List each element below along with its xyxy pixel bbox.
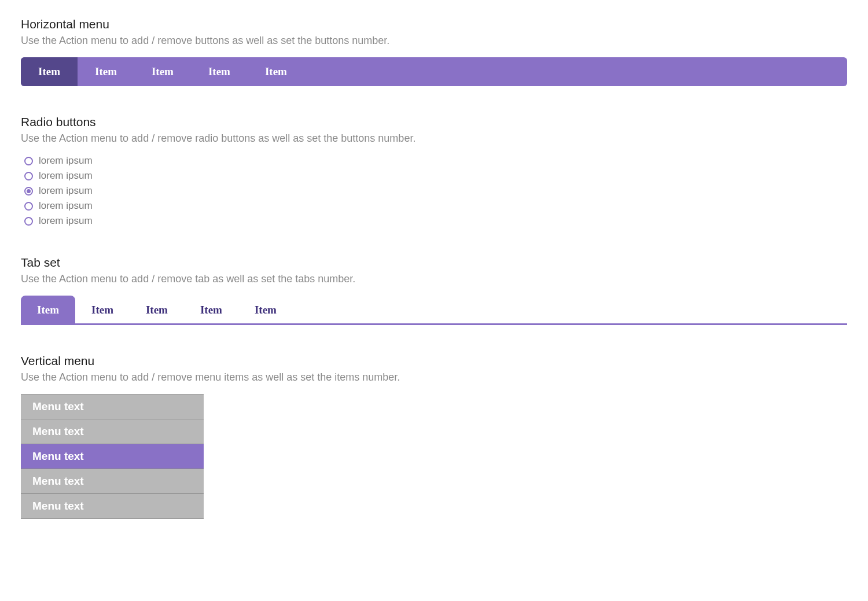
hmenu-item-2[interactable]: Item	[134, 57, 191, 86]
radio-item-0[interactable]: lorem ipsum	[24, 155, 847, 167]
vertical-menu: Menu text Menu text Menu text Menu text …	[21, 394, 204, 519]
radio-icon	[24, 187, 33, 196]
radio-icon	[24, 172, 33, 180]
radio-item-1[interactable]: lorem ipsum	[24, 170, 847, 182]
radio-group: lorem ipsum lorem ipsum lorem ipsum lore…	[21, 155, 847, 227]
tab-item-4[interactable]: Item	[238, 296, 293, 323]
radio-icon	[24, 202, 33, 211]
radio-item-4[interactable]: lorem ipsum	[24, 215, 847, 227]
hmenu-item-1[interactable]: Item	[78, 57, 134, 86]
section-desc: Use the Action menu to add / remove menu…	[21, 371, 847, 384]
radio-buttons-section: Radio buttons Use the Action menu to add…	[21, 115, 847, 227]
hmenu-item-0[interactable]: Item	[21, 57, 78, 86]
hmenu-item-4[interactable]: Item	[248, 57, 304, 86]
radio-label: lorem ipsum	[39, 155, 93, 167]
section-desc: Use the Action menu to add / remove tab …	[21, 273, 847, 285]
section-desc: Use the Action menu to add / remove butt…	[21, 35, 847, 47]
tab-set-section: Tab set Use the Action menu to add / rem…	[21, 256, 847, 325]
tabset: Item Item Item Item Item	[21, 296, 847, 325]
tab-item-2[interactable]: Item	[130, 296, 184, 323]
section-title: Horizontal menu	[21, 17, 847, 31]
tab-item-3[interactable]: Item	[184, 296, 238, 323]
vmenu-item-3[interactable]: Menu text	[21, 469, 204, 494]
radio-item-3[interactable]: lorem ipsum	[24, 200, 847, 212]
hmenu-item-3[interactable]: Item	[191, 57, 248, 86]
radio-label: lorem ipsum	[39, 170, 93, 182]
horizontal-menu-section: Horizontal menu Use the Action menu to a…	[21, 17, 847, 86]
radio-icon	[24, 157, 33, 165]
radio-item-2[interactable]: lorem ipsum	[24, 185, 847, 197]
tab-item-0[interactable]: Item	[21, 296, 75, 323]
vertical-menu-section: Vertical menu Use the Action menu to add…	[21, 354, 847, 519]
vmenu-item-0[interactable]: Menu text	[21, 394, 204, 419]
radio-label: lorem ipsum	[39, 200, 93, 212]
radio-label: lorem ipsum	[39, 215, 93, 227]
section-title: Vertical menu	[21, 354, 847, 368]
tab-item-1[interactable]: Item	[75, 296, 130, 323]
vmenu-item-1[interactable]: Menu text	[21, 419, 204, 444]
radio-label: lorem ipsum	[39, 185, 93, 197]
horizontal-menu: Item Item Item Item Item	[21, 57, 847, 86]
section-desc: Use the Action menu to add / remove radi…	[21, 132, 847, 145]
vmenu-item-4[interactable]: Menu text	[21, 494, 204, 518]
radio-icon	[24, 217, 33, 226]
section-title: Radio buttons	[21, 115, 847, 129]
vmenu-item-2[interactable]: Menu text	[21, 444, 204, 469]
section-title: Tab set	[21, 256, 847, 270]
